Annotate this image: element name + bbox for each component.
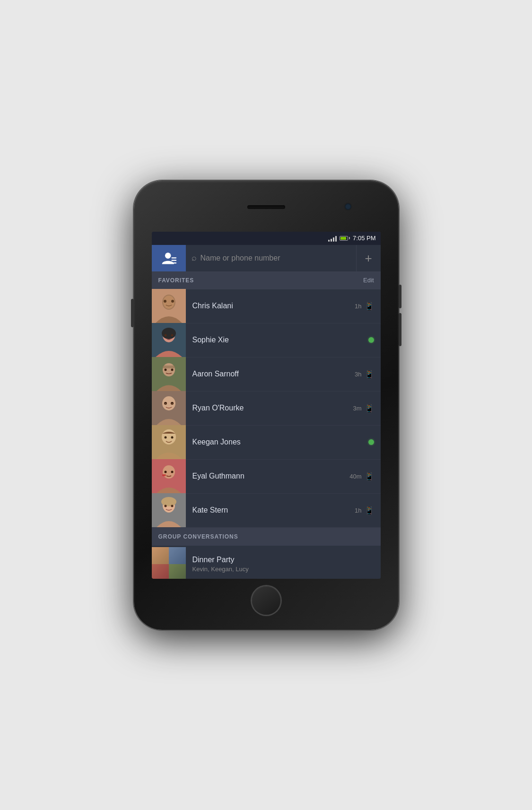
favorites-edit-button[interactable]: Edit xyxy=(363,277,374,284)
svg-point-37 xyxy=(164,505,166,507)
device-icon: 📱 xyxy=(365,472,374,481)
group-avatar-quad-1 xyxy=(152,547,169,564)
svg-point-16 xyxy=(164,369,166,371)
contact-row[interactable]: Chris Kalani 1h 📱 xyxy=(152,289,381,323)
group-avatar xyxy=(152,547,186,579)
favorites-section-header: FAVORITES Edit xyxy=(152,271,381,289)
contact-info: Sophie Xie xyxy=(186,336,368,344)
battery-fill xyxy=(340,237,346,240)
add-contact-button[interactable]: + xyxy=(356,245,381,271)
home-button[interactable] xyxy=(252,586,280,615)
svg-point-8 xyxy=(171,300,174,303)
contact-name: Aaron Sarnoff xyxy=(192,370,349,378)
contact-name: Kate Stern xyxy=(192,506,349,514)
contact-name: Ryan O'Rourke xyxy=(192,404,347,412)
group-avatar-grid xyxy=(152,547,186,579)
svg-rect-1 xyxy=(171,257,176,258)
contact-info: Chris Kalani xyxy=(186,302,355,310)
contact-status: 40m 📱 xyxy=(349,472,380,481)
contact-info: Ryan O'Rourke xyxy=(186,404,353,412)
status-bar: 7:05 PM xyxy=(152,232,381,245)
power-button[interactable] xyxy=(131,299,134,327)
svg-rect-18 xyxy=(163,366,175,368)
avatar xyxy=(152,289,186,323)
favorites-label: FAVORITES xyxy=(158,277,194,284)
signal-bar-4 xyxy=(335,236,337,242)
groups-section-header: GROUP CONVERSATIONS xyxy=(152,528,381,546)
group-members: Kevin, Keegan, Lucy xyxy=(192,566,374,573)
signal-bar-3 xyxy=(333,237,334,242)
phone-device: 7:05 PM ⌕ Name or phone number + xyxy=(134,181,399,630)
svg-point-17 xyxy=(171,369,173,371)
contact-name: Sophie Xie xyxy=(192,336,362,344)
avatar xyxy=(152,323,186,357)
group-avatar-quad-3 xyxy=(152,564,169,579)
contacts-icon xyxy=(160,250,177,267)
svg-rect-23 xyxy=(165,403,166,404)
contact-name: Keegan Jones xyxy=(192,438,362,446)
contact-status xyxy=(368,337,381,343)
contact-status: 3h 📱 xyxy=(355,370,380,379)
contact-info: Kate Stern xyxy=(186,506,355,514)
avatar xyxy=(152,425,186,459)
battery-tip xyxy=(349,237,350,239)
device-icon: 📱 xyxy=(365,302,374,311)
search-placeholder: Name or phone number xyxy=(201,254,350,262)
svg-rect-3 xyxy=(171,262,176,263)
contact-status: 1h 📱 xyxy=(355,506,380,515)
contact-row[interactable]: Ryan O'Rourke 3m 📱 xyxy=(152,392,381,426)
contact-status xyxy=(368,439,381,445)
group-row[interactable]: Dinner Party Kevin, Keegan, Lucy xyxy=(152,546,381,579)
volume-up-button[interactable] xyxy=(399,285,401,308)
contact-status: 1h 📱 xyxy=(355,302,380,311)
avatar xyxy=(152,493,186,527)
main-scroll-area[interactable]: FAVORITES Edit Chris xyxy=(152,271,381,579)
device-icon: 📱 xyxy=(365,370,374,379)
time-ago: 1h xyxy=(355,303,361,310)
device-icon: 📱 xyxy=(365,404,374,413)
svg-point-28 xyxy=(171,436,173,439)
svg-point-0 xyxy=(165,253,171,259)
device-icon: 📱 xyxy=(365,506,374,515)
contact-name: Eyal Guthmann xyxy=(192,472,343,480)
header-bar: ⌕ Name or phone number + xyxy=(152,245,381,271)
contact-info: Eyal Guthmann xyxy=(186,472,350,480)
contacts-button[interactable] xyxy=(152,245,186,271)
contact-info: Keegan Jones xyxy=(186,438,368,446)
time-ago: 3h xyxy=(355,371,361,378)
groups-label: GROUP CONVERSATIONS xyxy=(158,533,238,540)
contact-row[interactable]: Keegan Jones xyxy=(152,426,381,460)
signal-bar-1 xyxy=(328,240,330,242)
group-name: Dinner Party xyxy=(192,556,374,564)
contact-row[interactable]: Sophie Xie xyxy=(152,323,381,357)
svg-point-13 xyxy=(171,334,173,337)
svg-rect-33 xyxy=(162,474,166,476)
svg-rect-24 xyxy=(171,403,173,404)
svg-point-36 xyxy=(161,497,176,506)
contact-row[interactable]: Kate Stern 1h 📱 xyxy=(152,494,381,528)
search-icon: ⌕ xyxy=(192,253,197,263)
group-info: Dinner Party Kevin, Keegan, Lucy xyxy=(186,556,381,573)
contact-row[interactable]: Eyal Guthmann 40m 📱 xyxy=(152,460,381,494)
online-indicator xyxy=(368,337,374,343)
avatar xyxy=(152,459,186,493)
signal-icon xyxy=(328,235,337,242)
contact-info: Aaron Sarnoff xyxy=(186,370,355,378)
svg-point-12 xyxy=(164,334,166,337)
svg-rect-2 xyxy=(171,260,176,261)
svg-point-11 xyxy=(162,328,176,339)
volume-down-button[interactable] xyxy=(399,313,401,346)
signal-bar-2 xyxy=(331,239,332,242)
time-ago: 40m xyxy=(349,473,361,480)
svg-point-32 xyxy=(171,471,173,473)
group-avatar-quad-4 xyxy=(169,564,186,579)
phone-camera xyxy=(345,203,351,210)
contact-row[interactable]: Aaron Sarnoff 3h 📱 xyxy=(152,357,381,392)
time-ago: 1h xyxy=(355,507,361,514)
svg-point-38 xyxy=(171,505,173,507)
avatar xyxy=(152,391,186,425)
group-avatar-quad-2 xyxy=(169,547,186,564)
svg-point-27 xyxy=(164,436,166,439)
search-area[interactable]: ⌕ Name or phone number xyxy=(186,245,356,271)
avatar xyxy=(152,357,186,391)
